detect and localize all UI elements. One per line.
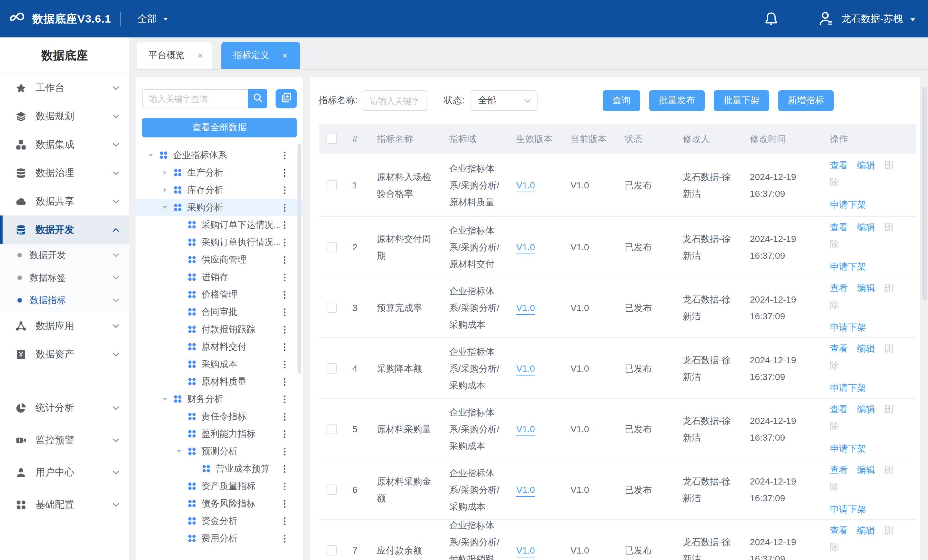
tree-node[interactable]: 采购订单执行情况... [136,233,303,251]
dots-vertical-icon[interactable] [280,429,289,439]
caret-down-icon[interactable] [909,16,916,23]
caret-down-icon[interactable] [176,447,185,456]
tree-node[interactable]: 付款报销跟踪 [136,320,303,338]
batch-offline-button[interactable]: 批量下架 [714,90,769,111]
sidebar-subitem-2[interactable]: 数据标签 [0,267,129,289]
sidebar-item-3[interactable]: 数据集成 [0,130,129,159]
tree-node[interactable]: 责任令指标 [136,408,303,425]
dots-vertical-icon[interactable] [280,481,289,491]
sidebar-item-10[interactable]: 监控预警 [0,424,129,456]
dots-vertical-icon[interactable] [280,516,289,526]
dots-vertical-icon[interactable] [280,324,289,334]
indicator-name-input[interactable] [363,90,427,111]
page-scrollbar[interactable] [922,42,927,560]
tree-node[interactable]: 生产分析 [136,164,303,181]
tab-2[interactable]: 指标定义× [221,42,300,69]
row-checkbox[interactable] [327,424,337,434]
sidebar-item-8[interactable]: 数据资产 [0,340,129,368]
tree-search-input[interactable] [142,89,248,108]
caret-down-icon[interactable] [161,203,170,212]
view-all-data-button[interactable]: 查看全部数据 [142,118,297,137]
sidebar-item-4[interactable]: 数据治理 [0,159,129,187]
effective-version-link[interactable]: V1.0 [516,180,535,190]
dots-vertical-icon[interactable] [280,220,289,230]
dots-vertical-icon[interactable] [280,359,289,369]
bell-icon[interactable] [764,12,778,26]
sidebar-item-2[interactable]: 数据规划 [0,102,129,130]
sidebar-item-7[interactable]: 数据应用 [0,311,129,340]
close-icon[interactable]: × [282,50,287,61]
view-link[interactable]: 查看 [830,160,848,170]
view-link[interactable]: 查看 [830,525,848,536]
add-indicator-button[interactable]: 新增指标 [778,90,834,111]
dots-vertical-icon[interactable] [280,464,289,474]
dots-vertical-icon[interactable] [280,342,289,352]
dots-vertical-icon[interactable] [280,411,289,422]
tree-node[interactable]: 原材料交付 [136,338,303,356]
dots-vertical-icon[interactable] [280,168,289,178]
tree-node[interactable]: 库存分析 [136,181,303,199]
tree-node[interactable]: 预测分析 [136,443,303,460]
sidebar-item-6[interactable]: 数据开发 [0,215,129,244]
edit-link[interactable]: 编辑 [857,222,875,232]
tree-node[interactable]: 供应商管理 [136,251,303,269]
row-checkbox[interactable] [327,242,337,252]
tree-node[interactable]: 价格管理 [136,286,303,303]
view-link[interactable]: 查看 [830,404,848,414]
sidebar-item-1[interactable]: 工作台 [0,73,129,102]
view-link[interactable]: 查看 [830,464,848,475]
sidebar-subitem-3[interactable]: 数据指标 [0,289,129,311]
caret-right-icon[interactable] [161,168,170,177]
sidebar-item-9[interactable]: 统计分析 [0,392,129,424]
request-offline-link[interactable]: 申请下架 [830,261,866,272]
edit-link[interactable]: 编辑 [857,160,875,170]
sidebar-item-5[interactable]: 数据共享 [0,187,129,215]
effective-version-link[interactable]: V1.0 [516,302,535,313]
close-icon[interactable]: × [197,50,203,61]
effective-version-link[interactable]: V1.0 [516,484,535,494]
edit-link[interactable]: 编辑 [857,343,875,354]
tree-node[interactable]: 资产质量指标 [136,478,303,495]
effective-version-link[interactable]: V1.0 [516,424,535,434]
tree-node[interactable]: 进销存 [136,269,303,286]
tree-node[interactable]: 营业成本预算 [136,460,303,478]
request-offline-link[interactable]: 申请下架 [830,383,866,393]
row-checkbox[interactable] [327,484,337,494]
request-offline-link[interactable]: 申请下架 [830,199,866,210]
dots-vertical-icon[interactable] [280,394,289,404]
dots-vertical-icon[interactable] [280,237,289,247]
dots-vertical-icon[interactable] [280,533,289,543]
edit-link[interactable]: 编辑 [857,282,875,293]
tree-node[interactable]: 财务分析 [136,390,303,408]
request-offline-link[interactable]: 申请下架 [830,443,866,453]
status-select[interactable]: 全部 [470,90,537,111]
scope-dropdown[interactable]: 全部 [137,12,169,25]
row-checkbox[interactable] [327,545,337,555]
dots-vertical-icon[interactable] [280,272,289,282]
tree-node[interactable]: 费用分析 [136,529,303,547]
row-checkbox[interactable] [327,180,337,190]
sidebar-subitem-1[interactable]: 数据开发 [0,244,129,267]
tree-node[interactable]: 采购订单下达情况... [136,216,303,233]
sidebar-item-11[interactable]: 用户中心 [0,456,129,488]
effective-version-link[interactable]: V1.0 [516,363,535,373]
effective-version-link[interactable]: V1.0 [516,545,535,555]
caret-down-icon[interactable] [147,151,156,160]
tab-1[interactable]: 平台概览× [137,42,212,69]
view-link[interactable]: 查看 [830,222,848,232]
sidebar-item-12[interactable]: 基础配置 [0,488,129,520]
request-offline-link[interactable]: 申请下架 [830,504,866,514]
dots-vertical-icon[interactable] [280,289,289,300]
dots-vertical-icon[interactable] [280,377,289,387]
tree-node[interactable]: 合同审批 [136,303,303,320]
row-checkbox[interactable] [327,363,337,373]
query-button[interactable]: 查询 [603,90,640,111]
search-button[interactable] [248,89,267,108]
tree-node[interactable]: 原材料质量 [136,373,303,390]
edit-link[interactable]: 编辑 [857,525,875,536]
select-all-checkbox[interactable] [327,134,337,144]
dots-vertical-icon[interactable] [280,446,289,456]
effective-version-link[interactable]: V1.0 [516,242,535,252]
view-link[interactable]: 查看 [830,343,848,354]
dots-vertical-icon[interactable] [280,150,289,160]
